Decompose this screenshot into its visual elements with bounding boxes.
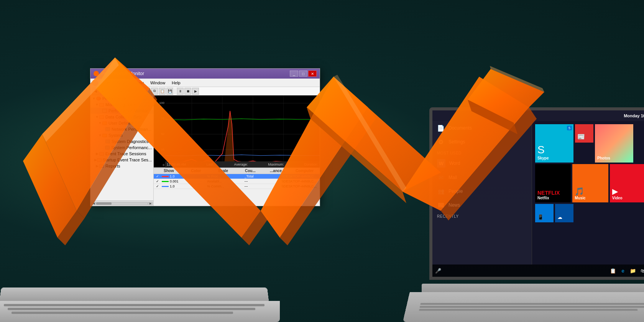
minimize-button[interactable]: _: [290, 71, 298, 77]
scroll-left[interactable]: ◀: [91, 202, 96, 205]
tiles-row-1: S Skype 5 📰 Photos: [535, 124, 644, 163]
tree-label-networkperf: Network Performan...: [112, 127, 151, 131]
tile-onedrive[interactable]: ☁: [555, 204, 573, 222]
tile-netflix[interactable]: NETFLIX Netflix: [535, 164, 571, 202]
tile-flipboard[interactable]: 📰: [575, 124, 593, 143]
svg-text:75: 75: [161, 117, 164, 120]
toolbar-btn-grid[interactable]: ⊞: [107, 88, 114, 95]
sidebar-tree: ▼ Performance ▼ Monitoring Tools: [90, 95, 153, 200]
taskbar-ie-icon[interactable]: e: [619, 266, 627, 275]
toolbar-btn-add[interactable]: +: [118, 88, 125, 95]
tile-photos[interactable]: Photos: [595, 124, 633, 163]
most-used-label: Most used: [432, 149, 532, 156]
netflix-label: Netflix: [537, 196, 549, 200]
toolbar-btn-del[interactable]: ✕: [125, 88, 132, 95]
time-label-1: 11:36:46 AM: [167, 163, 186, 166]
start-item-settings[interactable]: ⚙ Settings: [432, 135, 532, 149]
video-label: Video: [612, 196, 623, 200]
check-0: ✓: [154, 174, 161, 178]
tree-item-reports[interactable]: ▶ Reports: [90, 163, 153, 169]
expand-icon: ▼: [98, 121, 102, 125]
expand-icon: ▶: [95, 164, 99, 168]
toolbar-btn-5[interactable]: ↑: [133, 88, 140, 95]
word-label: Word: [449, 161, 460, 166]
toolbar-btn-highlight[interactable]: ✦: [143, 88, 150, 95]
scale-2: 1.0: [170, 184, 207, 188]
folder-icon: [99, 151, 104, 156]
close-button[interactable]: ✕: [308, 71, 317, 77]
color-1: [161, 181, 170, 182]
menu-file[interactable]: File: [100, 80, 113, 85]
toolbar-btn-1[interactable]: ◀: [92, 88, 99, 95]
stats-row-1[interactable]: ✓ 0.001 Availabl... --- \\DESKTOP-44N9LC…: [154, 179, 320, 184]
no-expand: [98, 109, 102, 113]
settings-icon: ⚙: [437, 138, 445, 146]
toolbar-btn-pause[interactable]: ⏸: [177, 88, 184, 95]
stats-rows: ✓ 1.0 % Proc... _Total \\DESKTOP-44N9LC.…: [154, 174, 320, 189]
tree-item-datacollector[interactable]: ▼ Data Collector Sets: [90, 114, 153, 120]
menu-help[interactable]: Help: [169, 80, 184, 85]
menu-window[interactable]: Window: [147, 80, 168, 85]
col-instance: ...ance...: [264, 169, 291, 173]
chart-panel: 100 75 50 25 0 11:36:46 AM: [154, 95, 320, 206]
toolbar-btn-stop[interactable]: ⏹: [184, 88, 191, 95]
color-2: [161, 186, 170, 187]
toolbar-btn-save[interactable]: 💾: [166, 88, 173, 95]
taskbar-folder-icon[interactable]: 📁: [629, 266, 637, 275]
tree-item-monitoring[interactable]: ▼ Monitoring Tools: [90, 102, 153, 108]
toolbar-btn-2[interactable]: ▶: [100, 88, 107, 95]
toolbar-btn-play[interactable]: ▶: [192, 88, 199, 95]
tree-item-startup[interactable]: ▶ Startup Event Trace Ses...: [90, 157, 153, 163]
start-item-mail[interactable]: ✉ Mail: [432, 171, 532, 184]
start-item-news[interactable]: 📰 News: [432, 198, 532, 212]
toolbar-btn-copy[interactable]: ⧉: [151, 88, 158, 95]
tree-label-userdefined: User Defined: [108, 121, 133, 125]
stats-row-0[interactable]: ✓ 1.0 % Proc... _Total \\DESKTOP-44N9LC.…: [154, 174, 320, 179]
maximize-button[interactable]: □: [299, 71, 307, 77]
tree-item-performance[interactable]: ▼ Performance: [90, 95, 153, 102]
col-show: Show: [155, 169, 182, 173]
start-item-people[interactable]: 👥 People: [432, 184, 532, 198]
chart-icon: [105, 139, 110, 144]
window-controls: _ □ ✕: [290, 71, 317, 77]
toolbar-btn-paste[interactable]: 📋: [159, 88, 166, 95]
tile-skype[interactable]: S Skype 5: [535, 124, 573, 163]
key-row-left-2: [8, 308, 255, 310]
folder-icon-yellow: [102, 133, 107, 138]
tile-phone[interactable]: 📱: [535, 204, 554, 222]
tree-item-networkperf[interactable]: Network Performan...: [90, 126, 153, 132]
scroll-right[interactable]: ▶: [148, 202, 153, 205]
svg-text:0: 0: [163, 163, 164, 167]
time-label-dur: Duration:: [304, 163, 318, 166]
sidebar-scrollbar[interactable]: ◀ ▶: [90, 200, 153, 206]
tile-video[interactable]: ▶ Video: [610, 164, 644, 202]
scroll-track[interactable]: [96, 202, 148, 205]
tiles-row-3: 📱 ☁: [535, 204, 644, 222]
stats-row-2[interactable]: ✓ 1.0 % Comm... --- \\DESKTOP-44N9LC...: [154, 184, 320, 189]
tree-item-sysdiag[interactable]: System Diagnostics: [90, 138, 153, 145]
menu-view[interactable]: View: [131, 80, 147, 85]
tree-item-eventtrace[interactable]: ▶ Event Trace Sessions: [90, 151, 153, 157]
menu-action[interactable]: Action: [113, 80, 131, 85]
tree-item-userdefined[interactable]: ▼ User Defined: [90, 120, 153, 126]
tree-label-performance: Performance: [102, 96, 127, 101]
laptop-screen-right: Monday 16 📄 Documents ⚙ Settings M: [429, 107, 644, 280]
window-content: ▼ Performance ▼ Monitoring Tools: [90, 95, 320, 206]
start-item-documents[interactable]: 📄 Documents: [432, 121, 532, 135]
stats-table: Show Color Scale Cou... ...ance... Compu…: [154, 168, 320, 206]
taskbar-mic-icon[interactable]: 🎤: [434, 266, 442, 275]
scale-1: 0.001: [170, 179, 207, 183]
taskbar-store-icon[interactable]: 🛍: [639, 266, 644, 275]
tree-item-system[interactable]: ▼ System: [90, 132, 153, 138]
people-label: People: [449, 189, 463, 194]
tree-item-perfmon[interactable]: Performance Monitor: [90, 108, 153, 114]
taskbar-clipboard-icon[interactable]: 📋: [609, 266, 617, 275]
tile-music[interactable]: 🎵 Music: [572, 164, 608, 202]
tree-item-sysperf[interactable]: System Performanc...: [90, 145, 153, 151]
tree-label-eventtrace: Event Trace Sessions: [105, 151, 146, 156]
col-counter: Cou...: [237, 169, 264, 173]
start-item-word[interactable]: W Word: [432, 156, 532, 171]
time-label-max: Maximum:: [268, 163, 284, 166]
color-line-1: [162, 181, 169, 182]
tree-label-startup: Startup Event Trace Ses...: [103, 158, 152, 162]
